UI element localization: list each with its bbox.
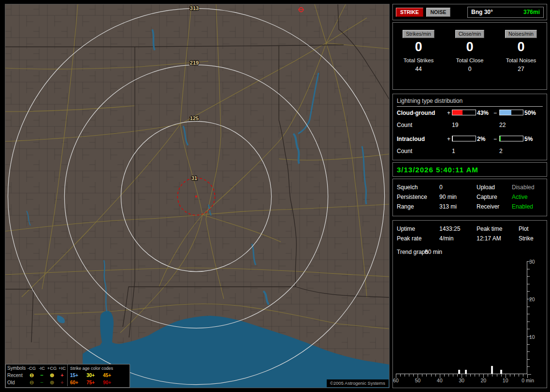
cg-negative-pct: 50% xyxy=(524,110,536,116)
age-90: 90+ xyxy=(103,380,119,385)
settings-row: Range 313 mi Receiver Enabled xyxy=(393,202,547,212)
range-label: Range xyxy=(397,203,414,210)
total-noises-label: Total Noises xyxy=(495,57,547,63)
persistence-label: Persistence xyxy=(397,194,427,200)
copyright-label: ©2005 Astrogenic Systems xyxy=(327,379,389,387)
peak-rate-value: 4/min xyxy=(439,235,453,242)
pos-cg-recent-icon: ⊕ xyxy=(47,373,57,378)
y-tick-10: 10 xyxy=(529,334,542,340)
plus-sign: + xyxy=(447,136,450,142)
upload-status: Disabled xyxy=(512,184,535,191)
status-row: Peak rate 4/min 12:17 AM Strike xyxy=(393,234,547,244)
lightning-distribution-panel: Lightning type distribution Cloud-ground… xyxy=(392,94,547,160)
cg-positive-pct: 43% xyxy=(477,110,489,116)
age-75: 75+ xyxy=(87,380,103,385)
capture-status: Active xyxy=(512,194,528,200)
total-close-value: 0 xyxy=(444,66,495,72)
ic-positive-pct: 2% xyxy=(477,136,485,142)
count-label: Count xyxy=(397,122,412,128)
peak-time-label: Peak time xyxy=(477,225,502,232)
side-panel: STRIKE NOISE Bng 30° 376mi Strikes/min 0… xyxy=(392,0,549,392)
age-30: 30+ xyxy=(87,373,103,378)
rates-panel: Strikes/min 0 Close/min 0 Noises/min 0 T… xyxy=(392,22,547,90)
x-tick-20: 20 xyxy=(478,378,489,383)
cg-positive-count: 19 xyxy=(452,122,458,128)
squelch-label: Squelch xyxy=(397,184,418,191)
age-60: 60+ xyxy=(70,380,87,385)
distribution-title: Lightning type distribution xyxy=(397,98,543,107)
x-tick-50: 50 xyxy=(412,378,423,383)
close-per-min-label: Close/min xyxy=(455,30,485,38)
age-15: 15+ xyxy=(70,373,87,378)
neg-cg-recent-icon: ⊖ xyxy=(27,373,37,378)
cloud-ground-label: Cloud-ground xyxy=(397,110,435,116)
bearing-display: Bng 30° 376mi xyxy=(467,7,544,18)
cloud-ground-count-row: Count 19 22 xyxy=(393,122,547,129)
legend-old-row: Old ⊖ − ⊕ + 60+ 75+ 90+ xyxy=(6,379,130,386)
age-codes-row-1: 15+ 30+ 45+ xyxy=(67,372,130,379)
map-panel[interactable]: 313 219 125 31 Symbols -CG -IC +CG +IC S… xyxy=(5,4,390,388)
minus-sign: − xyxy=(493,136,497,142)
status-panel: Uptime 1433:25 Peak time Plot Peak rate … xyxy=(392,220,547,388)
legend-recent-label: Recent xyxy=(6,373,27,378)
uptime-value: 1433:25 xyxy=(439,225,460,232)
legend-recent-row: Recent ⊖ − ⊕ + 15+ 30+ 45+ xyxy=(6,372,130,379)
noises-per-min-value: 0 xyxy=(495,40,547,54)
strike-toggle-button[interactable]: STRIKE xyxy=(396,8,423,17)
mode-toolbar: STRIKE NOISE Bng 30° 376mi xyxy=(392,4,547,20)
noise-toggle-button[interactable]: NOISE xyxy=(426,8,451,17)
legend-header-row: Symbols -CG -IC +CG +IC Strike age color… xyxy=(6,364,130,372)
legend-col-neg-cg: -CG xyxy=(27,365,37,371)
y-tick-20: 20 xyxy=(529,296,542,302)
squelch-value: 0 xyxy=(439,184,443,191)
plot-label: Plot xyxy=(519,225,529,232)
count-label: Count xyxy=(397,148,412,154)
trend-graph: 30 20 10 60 50 40 30 20 10 0 min xyxy=(396,261,527,374)
x-tick-40: 40 xyxy=(434,378,446,383)
neg-cg-old-icon: ⊖ xyxy=(27,380,37,385)
y-tick-30: 30 xyxy=(529,259,542,265)
legend-old-label: Old xyxy=(6,380,27,385)
app-window: 313 219 125 31 Symbols -CG -IC +CG +IC S… xyxy=(0,0,550,392)
legend-col-pos-cg: +CG xyxy=(47,365,57,371)
receiver-label: Receiver xyxy=(477,203,499,210)
bearing-range-value: 376mi xyxy=(523,9,540,15)
receiver-location-marker xyxy=(195,196,197,197)
datetime-panel: 3/13/2026 5:40:11 AM xyxy=(392,162,547,177)
range-label-313: 313 xyxy=(190,5,199,11)
age-45: 45+ xyxy=(103,373,119,378)
map-legend: Symbols -CG -IC +CG +IC Strike age color… xyxy=(5,364,130,388)
ic-positive-count: 1 xyxy=(452,148,455,154)
datetime-value: 3/13/2026 5:40:11 AM xyxy=(397,166,478,174)
minus-sign: − xyxy=(493,110,497,116)
intracloud-label: Intracloud xyxy=(397,136,425,142)
total-noises-value: 27 xyxy=(495,66,547,72)
cg-positive-bar xyxy=(452,110,476,115)
intracloud-row: Intracloud + 2% − 5% xyxy=(393,136,547,143)
noises-per-min-label: Noises/min xyxy=(505,30,537,38)
pos-ic-old-icon: + xyxy=(57,380,67,385)
strikes-per-min-value: 0 xyxy=(393,40,444,54)
legend-age-header: Strike age color codes xyxy=(67,364,130,372)
trend-graph-window: 60 min xyxy=(425,249,442,255)
uptime-label: Uptime xyxy=(397,225,415,232)
y-major-ticks xyxy=(527,261,531,374)
x-tick-30: 30 xyxy=(456,378,467,383)
total-strikes-value: 44 xyxy=(393,66,444,72)
x-tick-10: 10 xyxy=(500,378,511,383)
map-canvas[interactable]: 313 219 125 31 xyxy=(5,4,389,388)
x-tick-0-min: 0 min xyxy=(513,378,534,383)
legend-col-neg-ic: -IC xyxy=(37,365,47,371)
plus-sign: + xyxy=(447,110,450,116)
age-codes-row-2: 60+ 75+ 90+ xyxy=(67,379,130,386)
neg-ic-old-icon: − xyxy=(37,380,47,385)
legend-col-pos-ic: +IC xyxy=(57,365,67,371)
trend-graph-label: Trend graph xyxy=(397,249,428,255)
receiver-status: Enabled xyxy=(512,203,533,210)
cg-negative-count: 22 xyxy=(499,122,506,128)
x-tick-60: 60 xyxy=(390,378,402,383)
ic-negative-bar xyxy=(499,136,523,141)
close-per-min-value: 0 xyxy=(444,40,495,54)
total-strikes-label: Total Strikes xyxy=(393,57,444,63)
ic-positive-bar xyxy=(452,136,476,141)
